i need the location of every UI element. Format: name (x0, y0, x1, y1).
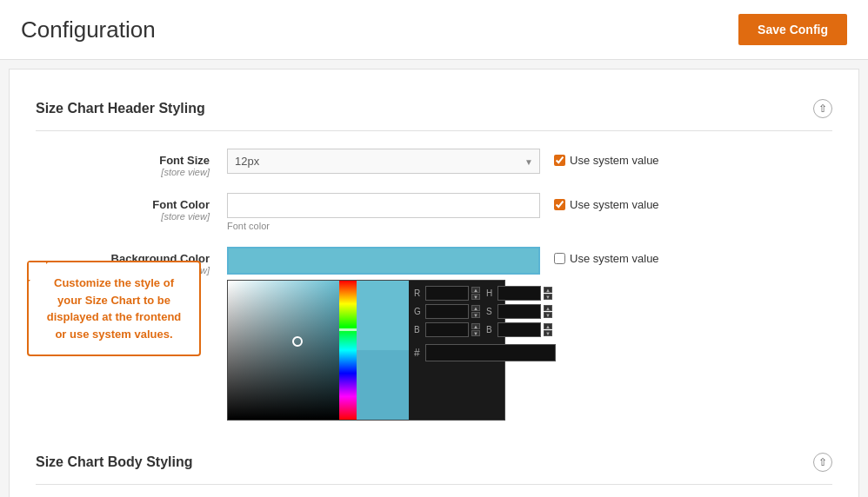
callout-box: Customize the style of your Size Chart t… (27, 261, 201, 356)
h-up[interactable]: ▲ (544, 287, 552, 293)
section2-header: Size Chart Body Styling ⇧ (36, 441, 832, 485)
font-size-label-1: Font Size [store view] (70, 149, 227, 177)
font-size-select-wrapper-1: 8px 10px 12px 14px 16px (227, 149, 540, 174)
h-spinner: ▲ ▼ (544, 287, 552, 300)
g-down[interactable]: ▼ (471, 312, 480, 318)
r-down[interactable]: ▼ (471, 294, 480, 300)
bg-color-control-1: #67bed2 (227, 247, 540, 275)
bv-label: B (486, 325, 495, 335)
b-field-row: B 210 ▲ ▼ B 82.352 ▲ ▼ (414, 322, 499, 337)
s-spinner: ▲ ▼ (544, 305, 552, 318)
font-color-system-checkbox-1[interactable] (554, 199, 565, 210)
s-down[interactable]: ▼ (544, 312, 552, 318)
b-down[interactable]: ▼ (471, 330, 480, 336)
r-field-row: R 103 ▲ ▼ H 191.21 ▲ ▼ (414, 286, 499, 301)
bv-down[interactable]: ▼ (544, 330, 552, 336)
r-label: R (414, 288, 423, 298)
bg-color-input-1[interactable]: #67bed2 (227, 247, 540, 275)
color-picker-popup: R 103 ▲ ▼ H 191.21 ▲ ▼ (227, 280, 505, 421)
s-up[interactable]: ▲ (544, 305, 552, 311)
font-color-system-label-1: Use system value (570, 198, 659, 211)
h-label: H (486, 288, 495, 298)
bv-up[interactable]: ▲ (544, 323, 552, 329)
hex-row: # 67bed2 (414, 341, 499, 365)
bg-color-suffix-1: Use system value (554, 247, 659, 265)
font-size-select-1[interactable]: 8px 10px 12px 14px 16px (227, 149, 540, 174)
color-picker-right: R 103 ▲ ▼ H 191.21 ▲ ▼ (409, 281, 504, 420)
color-picker-top: R 103 ▲ ▼ H 191.21 ▲ ▼ (228, 281, 504, 420)
font-color-suffix-1: Use system value (554, 193, 659, 211)
color-preview-old (357, 350, 409, 420)
r-spinner: ▲ ▼ (471, 287, 480, 300)
bv-input[interactable]: 82.352 (497, 322, 541, 337)
font-size-control-1: 8px 10px 12px 14px 16px (227, 149, 540, 174)
b-up[interactable]: ▲ (471, 323, 480, 329)
bg-color-system-label-1: Use system value (570, 252, 659, 265)
g-spinner: ▲ ▼ (471, 305, 480, 318)
s-label: S (486, 307, 495, 316)
section1-collapse-icon[interactable]: ⇧ (813, 99, 832, 118)
h-input[interactable]: 191.21 (497, 286, 541, 301)
g-up[interactable]: ▲ (471, 305, 480, 311)
section2-title: Size Chart Body Styling (36, 454, 192, 470)
g-field-row: G 190 ▲ ▼ S 50.952 ▲ ▼ (414, 304, 499, 319)
h-down[interactable]: ▼ (544, 294, 552, 300)
font-size-system-checkbox-1[interactable] (554, 155, 565, 166)
main-content: Customize the style of your Size Chart t… (9, 69, 859, 497)
save-config-button[interactable]: Save Config (738, 14, 847, 45)
color-preview-new (357, 281, 409, 350)
section2-collapse-icon[interactable]: ⇧ (813, 453, 832, 472)
r-input[interactable]: 103 (425, 286, 469, 301)
font-size-row-1: Font Size [store view] 8px 10px 12px 14p… (36, 149, 832, 177)
font-size-system-label-1: Use system value (570, 154, 659, 167)
section1-title: Size Chart Header Styling (36, 101, 205, 116)
font-color-label-1: Font Color [store view] (70, 193, 227, 222)
font-color-hint-1: Font color (227, 221, 540, 231)
hash-label: # (414, 347, 420, 359)
bv-spinner: ▲ ▼ (544, 323, 552, 336)
gradient-circle (292, 336, 303, 347)
gradient-box[interactable] (228, 281, 339, 420)
font-color-input-1[interactable]: #ffffff (227, 193, 540, 218)
b-input[interactable]: 210 (425, 322, 469, 337)
b-spinner: ▲ ▼ (471, 323, 480, 336)
r-up[interactable]: ▲ (471, 287, 480, 293)
bg-color-system-checkbox-1[interactable] (554, 253, 565, 264)
b-label: B (414, 325, 423, 335)
g-input[interactable]: 190 (425, 304, 469, 319)
hue-strip[interactable] (339, 281, 357, 420)
callout-text: Customize the style of your Size Chart t… (41, 275, 187, 342)
font-color-control-1: #ffffff Font color (227, 193, 540, 231)
section1-header: Size Chart Header Styling ⇧ (36, 87, 832, 131)
font-size-suffix-1: Use system value (554, 149, 659, 167)
s-input[interactable]: 50.952 (497, 304, 541, 319)
g-label: G (414, 307, 423, 316)
page-header: Configuration Save Config (0, 0, 868, 60)
hue-indicator (339, 328, 357, 331)
hex-input[interactable]: 67bed2 (425, 344, 556, 361)
color-previews (357, 281, 409, 420)
font-color-row-1: Font Color [store view] #ffffff Font col… (36, 193, 832, 231)
page-title: Configuration (21, 17, 156, 43)
